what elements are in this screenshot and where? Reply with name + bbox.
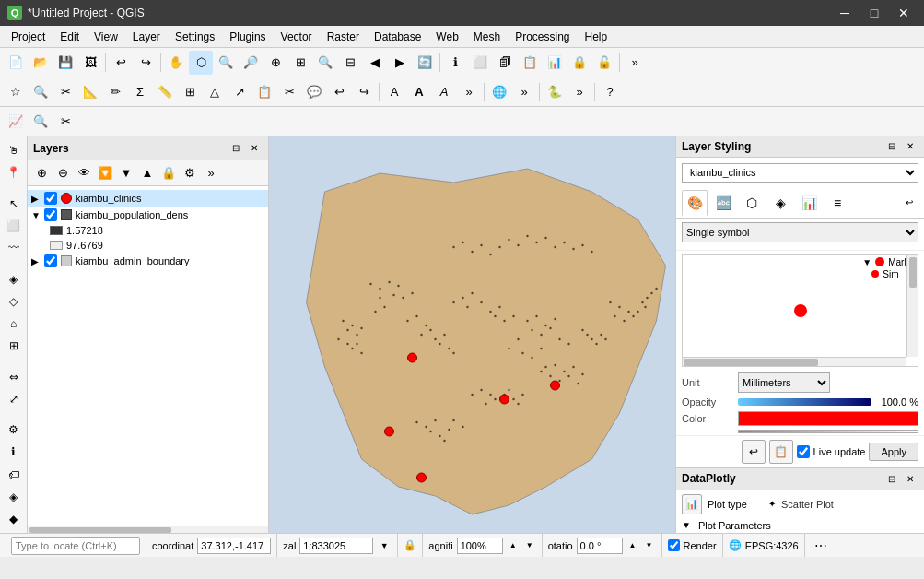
save-as-btn[interactable]: 🖼 [78, 51, 102, 75]
layer-item-clinics[interactable]: ▶ kiambu_clinics [28, 190, 268, 207]
filter2-btn[interactable]: ⚙ [180, 163, 200, 183]
python-btn[interactable]: 🐍 [543, 80, 567, 104]
zoom-in-btn[interactable]: 🔍 [214, 51, 238, 75]
menu-mesh[interactable]: Mesh [466, 29, 508, 45]
label-A3-btn[interactable]: A [432, 80, 456, 104]
menu-raster[interactable]: Raster [320, 29, 367, 45]
grid-btn[interactable]: ⊞ [178, 80, 202, 104]
search-btn[interactable]: 🔍 [29, 80, 53, 104]
undo2-btn[interactable]: ↩ [327, 80, 351, 104]
select-feature-btn[interactable]: ⬜ [468, 51, 492, 75]
open-table-btn[interactable]: 📋 [518, 51, 542, 75]
menu-plugins[interactable]: Plugins [222, 29, 273, 45]
scroll-thumb-v[interactable] [909, 257, 917, 288]
layer-item-population[interactable]: ▼ kiambu_population_dens [28, 207, 268, 223]
more-layers-btn[interactable]: » [201, 163, 221, 183]
cube-btn[interactable]: ◈ [3, 269, 25, 290]
copy-style-btn[interactable]: 📋 [769, 440, 793, 464]
cut-btn[interactable]: ✂ [53, 80, 77, 104]
save-project-btn[interactable]: 💾 [53, 51, 77, 75]
layers-close-btn[interactable]: ✕ [246, 140, 263, 157]
measure-btn[interactable]: 📐 [78, 80, 102, 104]
locate-input[interactable] [11, 537, 140, 555]
styling-tab-label[interactable]: 🔤 [710, 190, 736, 216]
render-checkbox[interactable] [668, 539, 680, 551]
help-btn[interactable]: ? [598, 80, 622, 104]
horiz-scroll-thumb[interactable] [29, 527, 171, 533]
more-tools-btn[interactable]: » [623, 51, 647, 75]
menu-vector[interactable]: Vector [274, 29, 320, 45]
expand-clinics[interactable]: ▶ [31, 194, 42, 204]
search3-btn[interactable]: 🔍 [29, 110, 53, 134]
lock-layer-btn[interactable]: 🔒 [158, 163, 179, 183]
resize-btn[interactable]: ⤢ [3, 389, 25, 409]
live-update-checkbox[interactable] [797, 445, 810, 458]
chart-btn[interactable]: 📈 [4, 110, 28, 134]
styling-tab-color[interactable]: 🎨 [682, 190, 708, 216]
cube2-btn[interactable]: ◇ [3, 291, 25, 312]
scale-dropdown-btn[interactable]: ▼ [377, 538, 392, 554]
new-project-btn[interactable]: 📄 [4, 51, 28, 75]
layers-scroll[interactable] [28, 526, 268, 533]
minimize-button[interactable]: ─ [832, 0, 858, 26]
rotation-up-btn[interactable]: ▲ [626, 541, 639, 550]
magnify-input[interactable] [457, 538, 503, 554]
menu-view[interactable]: View [87, 29, 125, 45]
zoom-prev-btn[interactable]: ◀ [363, 51, 387, 75]
digitize-btn[interactable]: ☆ [4, 80, 28, 104]
menu-help[interactable]: Help [578, 29, 615, 45]
apply-button[interactable]: Apply [869, 443, 918, 461]
more-status-btn[interactable]: ⋯ [811, 536, 831, 556]
styling-tab-diagram[interactable]: 📊 [796, 190, 822, 216]
globe-btn[interactable]: 🌐 [487, 80, 511, 104]
menu-settings[interactable]: Settings [168, 29, 222, 45]
menu-layer[interactable]: Layer [125, 29, 168, 45]
remove-layer-btn[interactable]: ⊖ [53, 163, 73, 183]
edit-btn[interactable]: ✏ [103, 80, 127, 104]
filter-btn[interactable]: 🔽 [95, 163, 115, 183]
menu-web[interactable]: Web [428, 29, 465, 45]
lock-btn[interactable]: 🔒 [567, 51, 591, 75]
diamond-btn[interactable]: ◆ [3, 509, 25, 529]
rotation-input[interactable] [577, 538, 623, 554]
shape2-btn[interactable]: ◈ [3, 487, 25, 507]
scale-input[interactable] [299, 538, 373, 554]
history-btn[interactable]: ↩ [742, 440, 766, 464]
stat-summary-btn[interactable]: 📊 [543, 51, 567, 75]
checkbox-population[interactable] [44, 208, 57, 221]
preview-scroll-v[interactable] [906, 255, 918, 357]
unit-dropdown[interactable]: Millimeters [738, 372, 830, 393]
undo-btn[interactable]: ↩ [109, 51, 133, 75]
touch-btn[interactable]: 🖱 [3, 140, 25, 160]
magnify-down-btn[interactable]: ▼ [523, 541, 536, 550]
menu-processing[interactable]: Processing [508, 29, 577, 45]
grid2-btn[interactable]: ⊞ [3, 336, 25, 356]
open-project-btn[interactable]: 📂 [29, 51, 53, 75]
scissors-btn[interactable]: ✂ [277, 80, 301, 104]
expand-btn[interactable]: ▼ [116, 163, 136, 183]
more-label-btn[interactable]: » [457, 80, 481, 104]
zoom-layer-btn[interactable]: 🔍 [313, 51, 337, 75]
cut3-btn[interactable]: ✂ [53, 110, 77, 134]
epsg-value[interactable]: EPSG:4326 [745, 540, 799, 551]
layer-item-boundary[interactable]: ▶ kiambu_admin_boundary [28, 253, 268, 269]
expand-population[interactable]: ▼ [31, 210, 42, 220]
more-python-btn[interactable]: » [567, 80, 591, 104]
copy-btn[interactable]: 📋 [252, 80, 276, 104]
styling-tab-3d[interactable]: ◈ [767, 190, 793, 216]
info-btn[interactable]: ℹ [3, 442, 25, 462]
styling-undo-btn[interactable]: ↩ [900, 194, 918, 212]
ruler-btn[interactable]: 📏 [153, 80, 177, 104]
dp-expand-icon[interactable]: ▼ [682, 520, 691, 530]
add-layer-btn[interactable]: ⊕ [31, 163, 52, 183]
zoom-next-btn[interactable]: ▶ [388, 51, 412, 75]
styling-layer-dropdown[interactable]: kiambu_clinics [682, 163, 918, 183]
more-globe-btn[interactable]: » [512, 80, 536, 104]
pan-to-selection-btn[interactable]: ⬡ [189, 51, 213, 75]
label-A2-btn[interactable]: A [407, 80, 431, 104]
collapse-btn[interactable]: ▲ [137, 163, 158, 183]
deselect-btn[interactable]: 🗐 [493, 51, 517, 75]
magnify-up-btn[interactable]: ▲ [507, 541, 520, 550]
rotation-down-btn[interactable]: ▼ [643, 541, 656, 550]
text-btn[interactable]: 💬 [302, 80, 326, 104]
